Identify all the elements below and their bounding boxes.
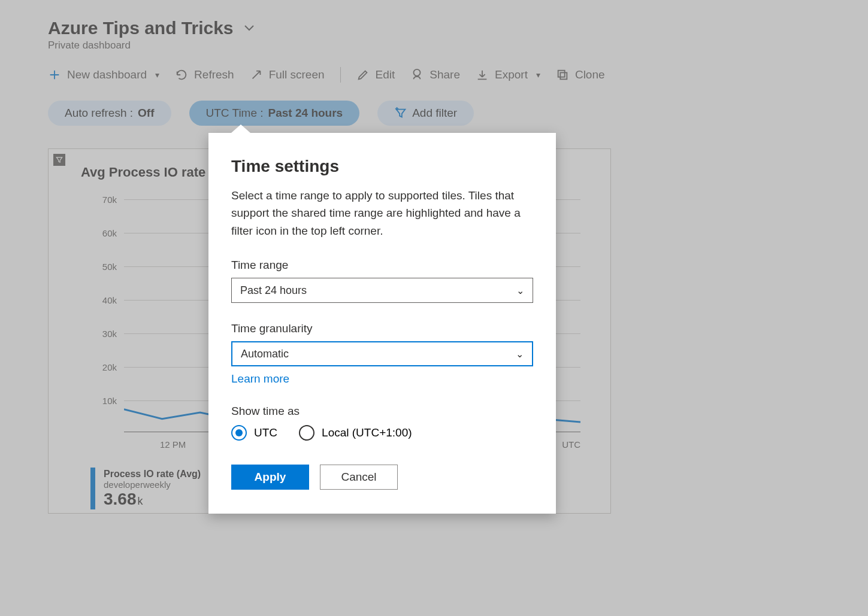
metric-resource: developerweekly [104,480,201,490]
svg-point-0 [414,69,421,76]
popover-title: Time settings [231,157,533,176]
toolbar: New dashboard ▾ Refresh Full screen Edit… [48,67,820,83]
edit-button[interactable]: Edit [356,68,395,81]
refresh-button[interactable]: Refresh [175,68,234,81]
copy-icon [556,68,569,81]
time-range-label: Time range [231,259,533,272]
full-screen-button[interactable]: Full screen [250,68,325,81]
show-time-as-label: Show time as [231,405,533,418]
download-icon [476,68,489,81]
page-title: Azure Tips and Tricks [48,18,234,38]
chevron-down-icon: ▾ [536,70,540,80]
local-radio[interactable]: Local (UTC+1:00) [299,425,412,441]
expand-icon [250,68,263,81]
apply-button[interactable]: Apply [231,465,309,490]
granularity-select[interactable]: Automatic ⌄ [231,341,533,366]
share-icon [410,68,424,81]
chevron-down-icon: ⌄ [516,348,524,360]
svg-rect-1 [560,72,567,79]
pencil-icon [356,68,370,81]
export-button[interactable]: Export ▾ [476,68,540,81]
new-dashboard-button[interactable]: New dashboard ▾ [48,68,159,81]
cancel-button[interactable]: Cancel [320,465,398,490]
utc-radio[interactable]: UTC [231,425,277,441]
chevron-down-icon: ▾ [155,70,159,80]
chevron-down-icon[interactable] [242,21,256,35]
y-axis-tick: 10k [90,396,117,406]
filter-icon [53,154,65,166]
y-axis-tick: 20k [90,362,117,372]
clone-button[interactable]: Clone [556,68,605,81]
time-range-select[interactable]: Past 24 hours ⌄ [231,278,533,303]
y-axis-tick: 40k [90,295,117,305]
x-axis-tick: 12 PM [160,439,186,450]
y-axis-tick: 50k [90,262,117,272]
chevron-down-icon: ⌄ [516,285,524,296]
y-axis-tick: 60k [90,228,117,238]
y-axis-tick: 30k [90,329,117,339]
add-filter-pill[interactable]: Add filter [377,101,474,126]
time-settings-popover: Time settings Select a time range to app… [208,133,556,514]
metric-value: 3.68k [104,490,201,509]
metric-name: Process IO rate (Avg) [104,469,201,480]
metric-color-bar [90,468,95,509]
svg-rect-2 [558,71,565,77]
page-subtitle: Private dashboard [48,40,820,51]
y-axis-tick: 70k [90,195,117,205]
plus-icon [48,68,61,81]
popover-description: Select a time range to apply to supporte… [231,187,533,239]
time-range-pill[interactable]: UTC Time : Past 24 hours [189,101,360,126]
learn-more-link[interactable]: Learn more [231,372,289,386]
auto-refresh-pill[interactable]: Auto refresh : Off [48,101,171,126]
add-filter-icon [394,107,407,120]
share-button[interactable]: Share [410,68,460,81]
granularity-label: Time granularity [231,322,533,335]
separator [340,67,341,83]
refresh-icon [175,68,188,81]
timezone-label: UTC [562,439,580,450]
